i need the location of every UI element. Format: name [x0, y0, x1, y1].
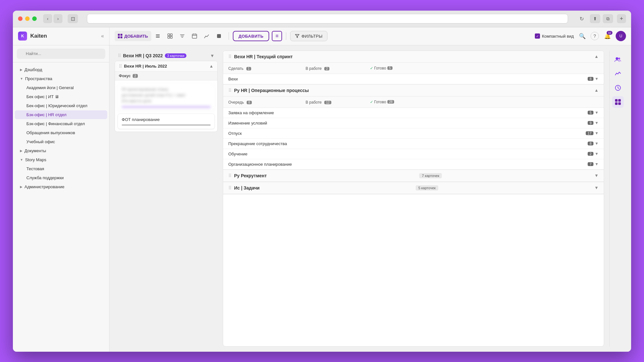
sprint-cols-header: Сделать 1 В работе 2 ✓ Готово 5: [223, 63, 604, 74]
focus-label: Фокус: [119, 74, 131, 78]
section-rekrutment-toggle[interactable]: ▼: [594, 173, 599, 178]
section-is-tasks-header: ⠿ Ис | Задачи 5 карточек ▼: [223, 182, 604, 194]
filter-label: ФИЛЬТРЫ: [301, 34, 322, 39]
sidebar-header: K Kaiten «: [13, 27, 109, 45]
refresh-button[interactable]: ↻: [577, 14, 586, 23]
svg-rect-1: [156, 36, 160, 36]
card-blurred[interactable]: Рll проектирование планадостижение целей…: [118, 83, 215, 111]
row-zayavka[interactable]: Заявка на оформление 5 ▼: [223, 108, 604, 118]
col-header-q3[interactable]: ⠿ Вехи HR | Q3 2022 3 карточки ▼: [115, 51, 218, 61]
history-panel-button[interactable]: [612, 82, 624, 94]
compact-view-toggle[interactable]: ✓ Компактный вид: [535, 33, 574, 39]
col-ochered: Очередь 8: [228, 99, 306, 105]
table-view-button[interactable]: [164, 31, 176, 41]
close-button[interactable]: [18, 16, 23, 21]
card-fot[interactable]: ФОТ планирование: [118, 114, 215, 129]
svg-point-9: [616, 57, 618, 60]
sidebar-item-spaces[interactable]: ▼ Пространства: [15, 74, 107, 83]
sidebar-item-finance[interactable]: Бэк-офис | Финансовый отдел: [15, 119, 107, 128]
sidebar-item-yoga[interactable]: Академия йоги | General: [15, 83, 107, 92]
maximize-button[interactable]: [32, 16, 37, 21]
boards-label: ДОБАВИТЬ: [124, 34, 148, 39]
users-panel-button[interactable]: [612, 54, 624, 65]
row-obuchenie[interactable]: Обучение 2 ▼: [223, 149, 604, 159]
boards-view-button[interactable]: ДОБАВИТЬ: [115, 31, 151, 41]
activity-panel-button[interactable]: [612, 68, 624, 79]
card-text: Рll проектирование планадостижение целей…: [122, 87, 211, 104]
list-view-button[interactable]: [152, 31, 164, 41]
svg-rect-13: [618, 99, 621, 102]
row-izmenenie[interactable]: Изменение условий 9 ▼: [223, 118, 604, 128]
col-toggle-q3[interactable]: ▼: [210, 53, 214, 58]
expand-icon: ▼: [595, 152, 599, 156]
search-input[interactable]: [17, 49, 105, 59]
sidebar-item-support[interactable]: Служба поддержки: [15, 173, 107, 182]
new-tab-button[interactable]: +: [617, 14, 626, 23]
row-count-prekrashchenie: 8: [588, 142, 593, 145]
col-label-sdelat: Сделать: [228, 66, 243, 71]
sidebar-item-dashboard[interactable]: ▶ Дэшборд: [15, 65, 107, 74]
expand-icon: ▼: [595, 121, 599, 125]
row-name-obuchenie: Обучение: [228, 152, 586, 156]
col-label-vrabote2: В работе: [306, 100, 322, 105]
svg-rect-12: [615, 99, 618, 102]
col-label-gotovo2: Готово: [374, 100, 386, 104]
section-is-tasks-title: Ис | Задачи: [234, 185, 260, 190]
row-count-obuchenie: 2: [588, 152, 593, 156]
drag-handle-icon: ⠿: [228, 173, 232, 178]
sidebar-item-storymaps[interactable]: ▼ Story Maps: [15, 155, 107, 164]
row-org-planirovanie[interactable]: Организационное планирование 7 ▼: [223, 159, 604, 170]
svg-rect-14: [615, 102, 618, 105]
sort-view-button[interactable]: [176, 31, 188, 41]
sidebar-item-it[interactable]: Бек офис | ИТ 🖥: [15, 92, 107, 101]
search-button[interactable]: 🔍: [577, 31, 587, 41]
section-sprint-toggle[interactable]: ▲: [594, 54, 599, 59]
minimize-button[interactable]: [25, 16, 30, 21]
add-button[interactable]: ДОБАВИТЬ: [233, 31, 270, 41]
back-button[interactable]: ‹: [43, 14, 52, 23]
row-vehi[interactable]: Вехи 8 ▼: [223, 74, 604, 84]
sidebar-item-testovaya[interactable]: Тестовая: [15, 164, 107, 173]
titlebar-actions: ⬆ ⧉: [590, 14, 613, 23]
col-count-sdelat: 1: [246, 67, 251, 70]
share-button[interactable]: ⬆: [590, 14, 600, 23]
sidebar-item-hr[interactable]: Бэк-офис | HR отдел: [15, 110, 107, 119]
forward-button[interactable]: ›: [53, 14, 62, 23]
board-area: ⠿ Вехи HR | Q3 2022 3 карточки ▼ ⠿ Вехи …: [109, 45, 631, 352]
filter-button[interactable]: ФИЛЬТРЫ: [290, 31, 327, 41]
sidebar-toggle-button[interactable]: ⊡: [68, 14, 78, 23]
square-view-button[interactable]: [213, 31, 225, 41]
toolbar-right: ✓ Компактный вид 🔍 ? 🔔 32 U: [535, 31, 626, 41]
help-button[interactable]: ?: [591, 32, 599, 40]
sidebar-item-admin[interactable]: ▶ Администрирование: [15, 182, 107, 191]
equal-button[interactable]: ≡: [272, 31, 282, 41]
sidebar-item-alumni[interactable]: Обращения выпускников: [15, 128, 107, 137]
section-ops: ⠿ Ру HR | Операционные процессы ▲ Очеред…: [223, 85, 604, 170]
sidebar-item-label: Бэк-офис | HR отдел: [26, 112, 66, 117]
url-bar[interactable]: [87, 14, 568, 23]
row-otpusk[interactable]: Отпуск 17 ▼: [223, 128, 604, 139]
expand-icon: ▼: [595, 141, 599, 146]
row-name-otpusk: Отпуск: [228, 131, 584, 136]
card-title-fot: ФОТ планирование: [122, 117, 211, 122]
duplicate-button[interactable]: ⧉: [603, 14, 613, 23]
app-window: ‹ › ⊡ ↻ ⬆ ⧉ + K Kaiten « 🔍: [13, 11, 631, 352]
sidebar-item-label: Бэк-офис | Финансовый отдел: [26, 121, 85, 126]
sidebar-item-label: Академия йоги | General: [26, 85, 74, 90]
app-layout: K Kaiten « 🔍 ▶ Дэшборд ▼: [13, 27, 631, 352]
sidebar-item-docs[interactable]: ▶ Документы: [15, 146, 107, 155]
sidebar-item-legal[interactable]: Бек-офис | Юридический отдел: [15, 101, 107, 110]
section-ops-toggle[interactable]: ▲: [594, 88, 599, 93]
sub-col-toggle[interactable]: ▲: [209, 64, 213, 69]
calendar-view-button[interactable]: [189, 31, 200, 41]
collapse-sidebar-button[interactable]: «: [101, 33, 104, 39]
user-avatar-button[interactable]: U: [616, 31, 626, 41]
section-is-tasks-toggle[interactable]: ▼: [594, 185, 599, 190]
chart-view-button[interactable]: [201, 31, 213, 41]
board-panel-button[interactable]: [612, 96, 624, 108]
row-prekrashchenie[interactable]: Прекращение сотрудничества 8 ▼: [223, 139, 604, 149]
app-logo: K: [18, 32, 27, 41]
sidebar-item-edu[interactable]: Учебный офис: [15, 137, 107, 146]
svg-rect-7: [192, 34, 197, 38]
toolbar-divider2: [286, 32, 286, 40]
